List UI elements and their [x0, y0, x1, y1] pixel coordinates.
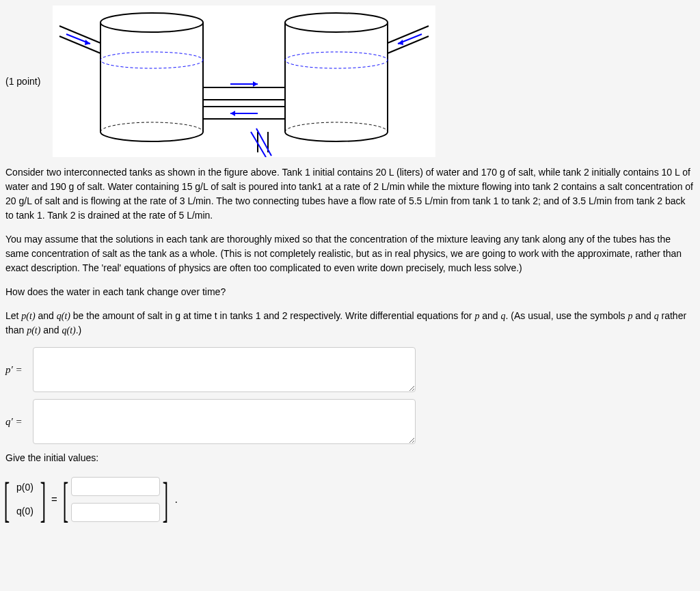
period: .	[175, 491, 178, 508]
svg-line-13	[388, 36, 429, 53]
p0-input[interactable]	[71, 477, 160, 496]
svg-line-9	[59, 36, 100, 53]
svg-marker-21	[230, 111, 235, 116]
tanks-diagram	[53, 5, 435, 157]
left-bracket-1: [	[4, 475, 10, 524]
right-bracket-1: ]	[40, 475, 46, 524]
svg-point-4	[285, 13, 388, 32]
q-prime-label: q′ =	[5, 414, 33, 430]
p-prime-input[interactable]	[33, 347, 416, 392]
q-prime-input[interactable]	[33, 399, 416, 444]
problem-paragraph-2: You may assume that the solutions in eac…	[5, 232, 695, 275]
left-bracket-2: [	[62, 475, 68, 524]
svg-marker-11	[85, 40, 90, 45]
svg-point-3	[100, 52, 203, 68]
q0-label: q(0)	[16, 504, 33, 519]
svg-line-12	[388, 26, 429, 43]
svg-rect-16	[203, 87, 285, 100]
svg-point-0	[100, 13, 203, 32]
right-bracket-2: ]	[162, 475, 167, 524]
svg-line-8	[59, 26, 100, 43]
initial-values-heading: Give the initial values:	[5, 451, 695, 465]
initial-values-row: [ p(0) q(0) ] = [ ] .	[5, 475, 695, 524]
svg-point-7	[285, 52, 388, 68]
question-heading: How does the water in each tank change o…	[5, 285, 695, 299]
svg-line-24	[256, 128, 271, 156]
q0-input[interactable]	[71, 503, 160, 522]
p-prime-label: p′ =	[5, 362, 33, 378]
problem-paragraph-1: Consider two interconnected tanks as sho…	[5, 165, 695, 223]
equals-sign: =	[51, 492, 57, 508]
svg-marker-15	[398, 40, 403, 45]
p0-label: p(0)	[16, 480, 33, 495]
points-label: (1 point)	[5, 74, 40, 89]
svg-marker-19	[253, 81, 258, 87]
problem-paragraph-3: Let p(t) and q(t) be the amount of salt …	[5, 309, 695, 338]
